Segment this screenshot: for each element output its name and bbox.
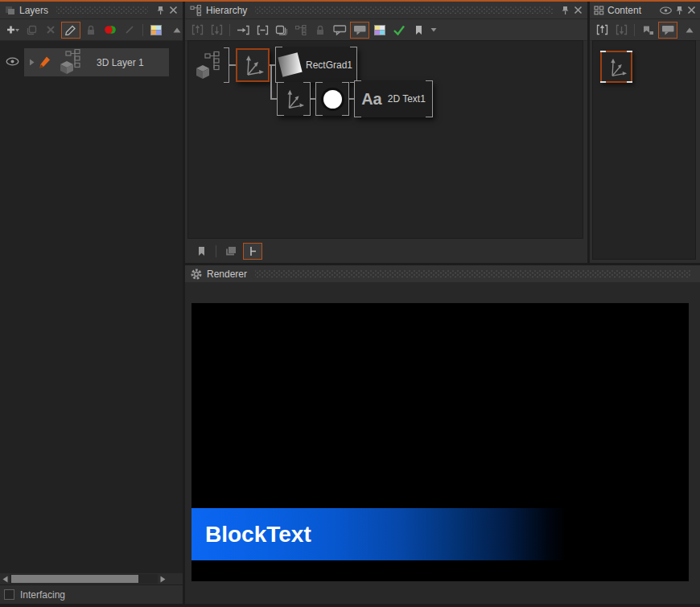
scrollbar-track[interactable]	[10, 574, 158, 584]
close-icon[interactable]	[574, 6, 583, 14]
node-bracket-left	[354, 80, 361, 117]
comment-filled-button[interactable]	[350, 22, 369, 39]
pin-icon[interactable]	[675, 6, 684, 15]
content-panel: Content	[590, 2, 700, 263]
horizontal-scrollbar[interactable]	[0, 573, 183, 584]
palette-button[interactable]	[147, 22, 165, 38]
pin-icon[interactable]	[156, 6, 165, 15]
rect-gradient-icon	[278, 52, 302, 76]
node-connector	[270, 98, 277, 100]
flag-square-icon	[642, 25, 654, 35]
move-up-button[interactable]	[593, 22, 611, 38]
node-null-transform[interactable]	[277, 82, 311, 116]
layer-list: 3D Layer 1	[0, 41, 183, 573]
comment-filled-button[interactable]	[658, 22, 677, 39]
root-bracket	[224, 47, 229, 83]
titlebar-texture	[255, 270, 691, 277]
green-check-icon	[393, 25, 406, 35]
lock-icon	[315, 25, 325, 35]
hierarchy-panel: Hierarchy	[185, 2, 587, 263]
titlebar-texture	[255, 6, 553, 14]
move-down-button[interactable]	[208, 22, 225, 38]
eye-icon[interactable]	[660, 6, 672, 14]
insert-into-button[interactable]	[234, 22, 252, 38]
speech-bubble-filled-icon	[661, 25, 675, 35]
lock-layer-button[interactable]	[82, 22, 100, 38]
duplicate-layer-button[interactable]	[23, 22, 40, 38]
add-layer-button[interactable]	[3, 22, 21, 38]
scroll-right-arrow[interactable]	[158, 573, 167, 584]
speech-bubble-filled-icon	[353, 25, 367, 35]
stack-view-button[interactable]	[222, 243, 240, 259]
layers-titlebar: Layers	[0, 2, 183, 19]
layer-blend-button[interactable]	[121, 22, 138, 38]
hierarchy-node-canvas[interactable]: RectGrad1 Aa 2D Text1	[187, 40, 583, 239]
plus-icon	[6, 24, 19, 35]
duplicate-icon	[26, 25, 37, 35]
node-null-transform-selected[interactable]	[236, 48, 270, 82]
red-green-circles-icon	[104, 25, 117, 35]
comment-outline-button[interactable]	[331, 22, 348, 38]
confirm-check-button[interactable]	[390, 22, 408, 38]
render-viewport[interactable]: BlockText	[191, 303, 689, 581]
duplicate-stack-button[interactable]	[273, 22, 290, 38]
hierarchy-panel-title: Hierarchy	[206, 5, 247, 16]
stacked-copies-icon	[275, 25, 288, 35]
bookmark-flag-button[interactable]	[410, 22, 427, 38]
interfacing-checkbox[interactable]	[4, 589, 14, 600]
align-brackets-button[interactable]	[253, 22, 271, 38]
node-connector-vertical	[270, 65, 272, 100]
expand-arrow-icon[interactable]	[29, 59, 35, 66]
flag-square-button[interactable]	[639, 22, 657, 38]
delete-layer-button[interactable]	[42, 22, 60, 38]
content-node-canvas[interactable]	[592, 40, 696, 260]
gear-icon	[190, 268, 203, 281]
flag-dropdown-button[interactable]	[429, 22, 439, 38]
branch-view-button[interactable]	[243, 243, 262, 260]
content-panel-title: Content	[607, 5, 641, 16]
pin-icon[interactable]	[561, 6, 570, 15]
rendered-block-text: BlockText	[191, 522, 311, 548]
node-rectgrad[interactable]: RectGrad1	[275, 47, 357, 83]
toolbar-divider	[216, 245, 216, 257]
palette-icon	[374, 25, 385, 35]
edit-layer-button[interactable]	[61, 22, 80, 39]
node-bracket-left	[315, 82, 323, 116]
selection-corner-mark	[600, 51, 606, 52]
axes-icon	[606, 56, 628, 78]
sub-hierarchy-button[interactable]	[292, 22, 310, 38]
collapse-toolbar-button[interactable]	[168, 22, 186, 38]
lock-button[interactable]	[311, 22, 329, 38]
3d-layer-icon	[56, 49, 86, 76]
layer-name: 3D Layer 1	[97, 57, 144, 68]
palette-button[interactable]	[371, 22, 389, 38]
bookmark-view-button[interactable]	[192, 243, 210, 259]
move-down-button[interactable]	[612, 22, 630, 38]
close-icon[interactable]	[169, 6, 178, 14]
hierarchy-titlebar: Hierarchy	[185, 2, 587, 19]
sub-tree-icon	[295, 25, 307, 35]
hierarchy-tree-icon	[190, 5, 202, 16]
caret-down-icon	[430, 27, 437, 32]
node-bracket-right	[342, 82, 349, 116]
content-node-null-transform-selected[interactable]	[600, 51, 632, 83]
scroll-left-arrow[interactable]	[0, 573, 10, 584]
move-up-button[interactable]	[188, 22, 206, 38]
scrollbar-thumb[interactable]	[11, 575, 138, 583]
node-bracket-right	[426, 80, 433, 117]
scene-root-icon[interactable]	[193, 51, 225, 81]
content-toolbar	[590, 19, 700, 41]
node-label: RectGrad1	[306, 59, 352, 71]
layer-color-button[interactable]	[101, 22, 119, 38]
renderer-panel-title: Renderer	[207, 269, 247, 280]
branch-icon	[249, 246, 257, 256]
collapse-up-icon	[686, 27, 694, 33]
node-circle[interactable]	[315, 82, 349, 116]
node-2d-text[interactable]: Aa 2D Text1	[354, 80, 433, 117]
close-icon[interactable]	[687, 6, 696, 14]
collapse-toolbar-button[interactable]	[681, 22, 698, 38]
toolbar-divider	[229, 24, 230, 36]
layer-visibility-eye-icon[interactable]	[6, 57, 19, 68]
layer-row[interactable]: 3D Layer 1	[24, 48, 169, 76]
edit-pencil-icon	[39, 55, 51, 69]
